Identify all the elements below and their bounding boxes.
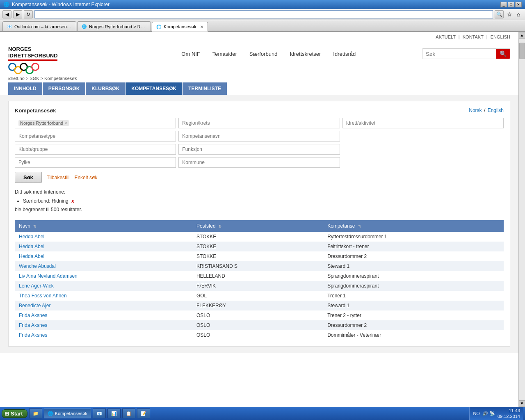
col-navn[interactable]: Navn ⇅: [15, 220, 192, 232]
tilbakestill-link[interactable]: Tilbakestill: [47, 175, 70, 180]
search-panel-title: Kompetansesøk: [15, 107, 504, 114]
cell-navn: Thea Foss von Ahnen: [15, 291, 192, 301]
region-field[interactable]: [178, 118, 340, 128]
breadcrumb-home[interactable]: idrett.no: [8, 76, 25, 81]
kompetansenavn-input[interactable]: [182, 133, 336, 139]
minimize-button[interactable]: _: [500, 2, 507, 7]
klubb-field[interactable]: [15, 144, 176, 155]
back-button[interactable]: ◀: [2, 10, 11, 18]
criterion-remove[interactable]: x: [71, 198, 74, 204]
nav-om-nif[interactable]: Om NIF: [181, 51, 200, 57]
sort-kompetanse[interactable]: ⇅: [358, 224, 361, 228]
idrett-field[interactable]: [342, 118, 504, 128]
row-navn-link[interactable]: Hedda Abel: [19, 253, 44, 259]
col-poststed[interactable]: Poststed ⇅: [192, 220, 323, 232]
row-navn-link[interactable]: Frida Aksnes: [19, 322, 47, 328]
nav-saerforbund[interactable]: Særforbund: [249, 51, 278, 57]
kompetansenavn-field[interactable]: [178, 131, 340, 142]
kompetansetype-input[interactable]: [18, 133, 172, 139]
window-title: Kompetansesøk - Windows Internet Explore…: [12, 2, 110, 7]
tab-terminliste[interactable]: TERMINLISTE: [183, 82, 227, 95]
row-navn-link[interactable]: Liv Aina Nevland Adamsen: [19, 273, 78, 279]
funksjon-field[interactable]: [178, 144, 340, 155]
kommune-input[interactable]: [182, 160, 336, 165]
nav-temasider[interactable]: Temasider: [212, 51, 237, 57]
scroll-up-button[interactable]: ▲: [519, 32, 525, 39]
sort-navn[interactable]: ⇅: [33, 224, 37, 228]
title-bar-controls[interactable]: _ □ ✕: [500, 2, 522, 7]
table-row: Lene Ager-WickFÆRVIKSprangdommeraspirant: [15, 281, 504, 291]
row-navn-link[interactable]: Thea Foss von Ahnen: [19, 293, 67, 299]
kontakt-link[interactable]: KONTAKT: [463, 34, 484, 39]
row-navn-link[interactable]: Benedicte Ajer: [19, 303, 50, 308]
nav-idrettsrad[interactable]: Idrettsråd: [333, 51, 356, 57]
english-link[interactable]: ENGLISH: [491, 34, 510, 39]
sok-button[interactable]: Søk: [15, 172, 42, 183]
lang-english-link[interactable]: English: [488, 107, 504, 113]
refresh-button[interactable]: ↻: [24, 10, 33, 18]
cell-navn: Frida Aksnes: [15, 330, 192, 340]
tab-kompetansesok[interactable]: KOMPETANSESØK: [126, 82, 183, 95]
row-navn-link[interactable]: Frida Aksnes: [19, 313, 47, 318]
scrollbar-thumb[interactable]: [519, 43, 525, 59]
browser-chrome: 🌐 Kompetansesøk - Windows Internet Explo…: [0, 0, 525, 32]
idrett-input[interactable]: [346, 120, 500, 126]
cell-poststed: FLEKKERØY: [192, 301, 323, 310]
row-navn-link[interactable]: Lene Ager-Wick: [19, 283, 54, 289]
close-button[interactable]: ✕: [515, 2, 522, 7]
col-kompetanse[interactable]: Kompetanse ⇅: [323, 220, 504, 232]
kompetansetype-field[interactable]: [15, 131, 176, 142]
row-navn-link[interactable]: Hedda Abel: [19, 244, 44, 249]
tab-innhold[interactable]: INNHOLD: [8, 82, 43, 95]
fylke-input[interactable]: [18, 160, 172, 165]
kommune-field[interactable]: [178, 157, 340, 168]
kompetanse-tab-icon: 🌐: [156, 25, 161, 29]
home-button[interactable]: ⌂: [514, 10, 523, 18]
separator1: |: [459, 34, 461, 39]
breadcrumb-sok[interactable]: SØK: [30, 76, 39, 81]
enkelt-sok-link[interactable]: Enkelt søk: [74, 175, 97, 180]
forbund-tag-remove[interactable]: ×: [64, 121, 67, 126]
lang-norsk-link[interactable]: Norsk: [469, 107, 482, 113]
forbund-field[interactable]: Norges Rytterforbund ×: [15, 118, 176, 128]
scrollbar-track[interactable]: [519, 39, 525, 400]
aktuelt-link[interactable]: AKTUELT: [436, 34, 456, 39]
region-input[interactable]: [182, 120, 336, 126]
row-navn-link[interactable]: Hedda Abel: [19, 234, 44, 240]
address-bar[interactable]: http://www.idrett.no/search/Sider/Komp..…: [34, 10, 493, 18]
table-header: Navn ⇅ Poststed ⇅ Kompetanse ⇅: [15, 220, 504, 232]
table-row: Thea Foss von AhnenGOLTrener 1: [15, 291, 504, 301]
tab-kompetanse-close[interactable]: ✕: [200, 25, 203, 29]
maximize-button[interactable]: □: [508, 2, 514, 7]
row-navn-link[interactable]: Wenche Abusdal: [19, 263, 56, 269]
nav-idrettskretser[interactable]: Idrettskretser: [290, 51, 321, 57]
breadcrumb-current: Kompetansesøk: [44, 76, 77, 81]
scroll-down-button[interactable]: ▼: [519, 400, 525, 407]
table-row: Hedda AbelSTOKKEFeltrittskort - trener: [15, 242, 504, 251]
logo-area: NORGES IDRETTSFORBUND: [8, 46, 58, 74]
cell-kompetanse: Steward 1: [323, 261, 504, 271]
tab-kompetanse[interactable]: 🌐 Kompetansesøk ✕: [152, 22, 208, 32]
sort-poststed[interactable]: ⇅: [219, 224, 222, 228]
row-navn-link[interactable]: Frida Aksnes: [19, 332, 47, 338]
nav-bar: ◀ ▶ ↻ http://www.idrett.no/search/Sider/…: [0, 9, 525, 20]
tab-rytterforbund[interactable]: 🌐 Norges Rytterforbund > Rytter...: [77, 21, 151, 31]
title-bar: 🌐 Kompetansesøk - Windows Internet Explo…: [0, 0, 525, 9]
site-search-button[interactable]: 🔍: [496, 49, 510, 59]
cell-poststed: OSLO: [192, 320, 323, 330]
favorites-button[interactable]: ☆: [505, 10, 514, 18]
funksjon-input[interactable]: [182, 146, 336, 152]
scrollbar[interactable]: ▲ ▼: [518, 32, 525, 407]
site-search-input[interactable]: [422, 49, 496, 59]
fylke-field[interactable]: [15, 157, 176, 168]
tab-outlook[interactable]: 📧 Outlook.com – ki_arnesen@hot...: [2, 21, 76, 31]
cell-poststed: OSLO: [192, 310, 323, 320]
table-row: Hedda AbelSTOKKERyttertestdressurdommer …: [15, 232, 504, 242]
tab-klubbsok[interactable]: KLUBBSØK: [86, 82, 126, 95]
search-nav-button[interactable]: 🔍: [495, 10, 504, 18]
tab-personsok[interactable]: PERSONSØK: [43, 82, 86, 95]
klubb-input[interactable]: [18, 146, 172, 152]
cell-navn: Wenche Abusdal: [15, 261, 192, 271]
cell-poststed: HELLELAND: [192, 271, 323, 281]
forward-button[interactable]: ▶: [13, 10, 22, 18]
